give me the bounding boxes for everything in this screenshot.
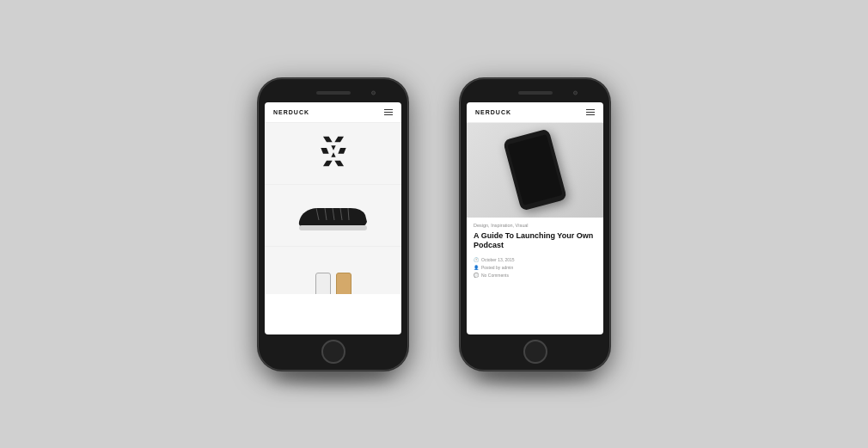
article-date-text: October 13, 2015: [481, 256, 515, 264]
card-item-phones[interactable]: [265, 247, 401, 294]
article-date: 🕐 October 13, 2015: [474, 256, 596, 264]
phone-bottom-left: [265, 338, 401, 365]
svg-marker-1: [334, 137, 344, 143]
phone-right: NERDUCK Design, Inspiration, Visual A Gu…: [460, 78, 610, 371]
menu-icon-left[interactable]: [384, 109, 393, 115]
menu-line: [586, 109, 595, 110]
camera-right: [573, 90, 578, 95]
camera-left: [371, 90, 376, 95]
menu-icon-right[interactable]: [586, 109, 595, 115]
svg-marker-0: [323, 137, 333, 143]
shoe-visual: [265, 198, 401, 232]
phone-bottom-right: [467, 338, 603, 365]
menu-line: [384, 109, 393, 110]
tiny-phone-gold: [336, 273, 351, 294]
logo-left: NERDUCK: [273, 109, 309, 115]
clock-icon: 🕐: [474, 256, 479, 264]
article-author: 👤 Posted by admin: [474, 264, 596, 272]
card-item-logo[interactable]: [265, 123, 401, 185]
screen-right: NERDUCK Design, Inspiration, Visual A Gu…: [467, 102, 603, 334]
comment-icon: 💬: [474, 272, 479, 279]
article-comments-text: No Comments: [481, 272, 509, 279]
menu-line: [586, 112, 595, 113]
card-item-shoe[interactable]: [265, 185, 401, 247]
card-list: [265, 123, 401, 294]
svg-rect-8: [299, 225, 367, 230]
home-button-right[interactable]: [523, 340, 547, 364]
article-image: [467, 123, 603, 218]
phone-top-right: [467, 87, 603, 99]
article-meta: 🕐 October 13, 2015 👤 Posted by admin 💬 N…: [474, 256, 596, 279]
user-icon: 👤: [474, 264, 479, 272]
phones-container: NERDUCK: [258, 78, 610, 371]
nav-right: NERDUCK: [467, 102, 603, 123]
speaker-left: [316, 91, 351, 95]
svg-marker-5: [321, 148, 328, 154]
menu-line: [384, 114, 393, 115]
menu-line: [586, 114, 595, 115]
article-title[interactable]: A Guide To Launching Your Own Podcast: [474, 231, 596, 251]
svg-marker-7: [331, 152, 335, 156]
menu-line: [384, 112, 393, 113]
svg-marker-6: [338, 148, 345, 154]
article-tags: Design, Inspiration, Visual: [474, 223, 596, 228]
x-logo-icon: [316, 134, 351, 172]
nav-left: NERDUCK: [265, 102, 401, 123]
svg-marker-2: [331, 145, 335, 150]
article-body: Design, Inspiration, Visual A Guide To L…: [467, 218, 603, 285]
article-comments: 💬 No Comments: [474, 272, 596, 279]
svg-marker-3: [323, 161, 333, 167]
screen-left: NERDUCK: [265, 102, 401, 334]
speaker-right: [518, 91, 553, 95]
phone-left: NERDUCK: [258, 78, 408, 371]
article-author-text: Posted by admin: [481, 264, 513, 272]
phone-top-left: [265, 87, 401, 99]
tiny-phone-white: [315, 273, 331, 294]
phone-mockup-image: [503, 128, 567, 211]
phones-visual: [315, 273, 351, 294]
svg-marker-4: [334, 161, 344, 167]
home-button-left[interactable]: [321, 340, 345, 364]
logo-right: NERDUCK: [475, 109, 511, 115]
